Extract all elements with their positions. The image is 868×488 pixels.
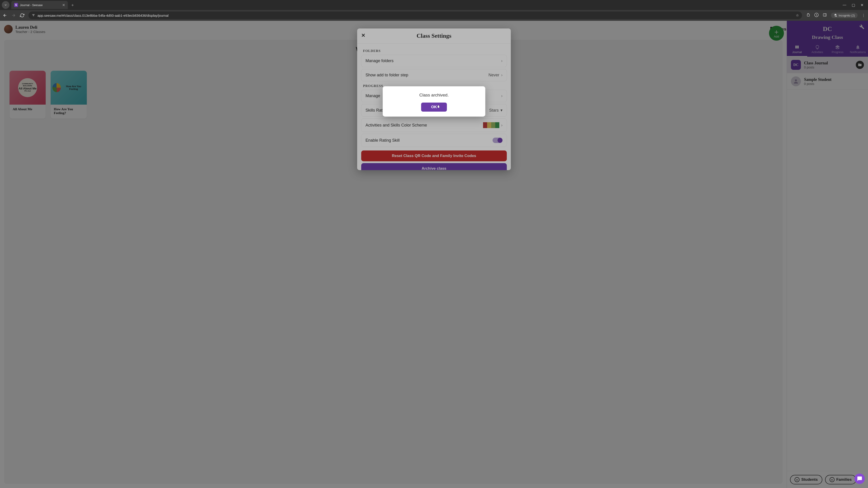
site-info-icon[interactable] [32, 13, 35, 18]
bookmark-star-icon[interactable]: ☆ [796, 13, 799, 18]
window-minimize-icon[interactable]: — [843, 3, 846, 7]
tab-title: Journal - Seesaw [20, 3, 60, 7]
tab-close-icon[interactable]: ✕ [62, 3, 65, 7]
side-panel-icon[interactable] [823, 13, 827, 18]
nav-reload-icon[interactable] [20, 13, 24, 18]
window-close-icon[interactable]: ✕ [861, 3, 864, 7]
svg-rect-1 [823, 13, 827, 16]
alert-message: Class archived. [388, 93, 480, 98]
nav-forward-icon [11, 13, 16, 18]
window-maximize-icon[interactable]: ▢ [852, 3, 855, 7]
url-text: app.seesaw.me/#/class/class.013e8bba-54f… [37, 13, 794, 18]
alert-dialog: Class archived. OK [383, 86, 485, 117]
tab-search-dropdown[interactable] [2, 1, 9, 9]
extensions-icon[interactable] [806, 13, 810, 18]
nav-back-icon[interactable] [3, 13, 7, 18]
alert-ok-button[interactable]: OK [421, 103, 447, 111]
downloads-icon[interactable] [814, 13, 819, 18]
browser-menu-icon[interactable]: ⋮ [862, 13, 865, 18]
address-bar[interactable]: app.seesaw.me/#/class/class.013e8bba-54f… [29, 11, 802, 19]
tab-favicon: S [14, 3, 18, 7]
cursor-pointer-icon [436, 104, 440, 110]
browser-tab[interactable]: S Journal - Seesaw ✕ [11, 1, 68, 9]
help-chat-button[interactable] [855, 474, 865, 484]
new-tab-button[interactable]: ＋ [70, 2, 74, 8]
incognito-badge[interactable]: Incognito (2) [831, 13, 858, 18]
